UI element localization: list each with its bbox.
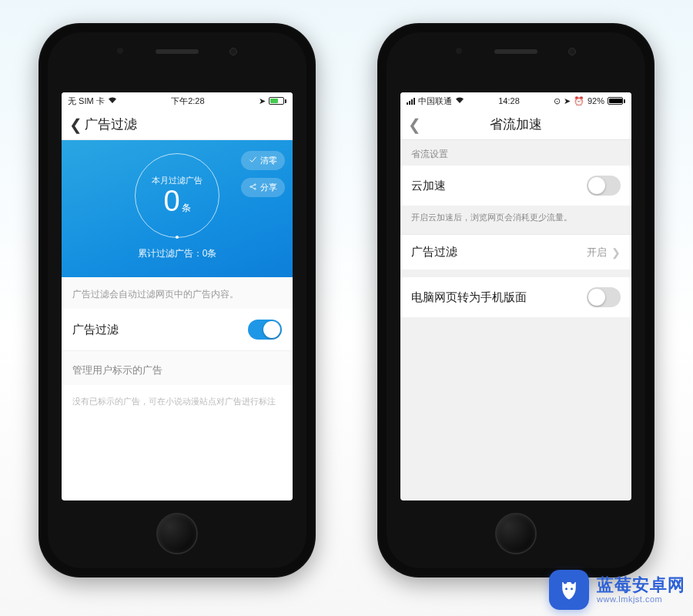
screen-right: 中国联通 14:28 ⊙ ➤ ⏰ 92% [400,92,631,500]
clock: 14:28 [498,96,520,105]
svg-point-3 [565,588,567,590]
adfilter-toggle-cell: 广告过滤 [62,309,293,351]
adfilter-hero: 清零 分享 本月过滤广告 0 条 [62,140,293,277]
share-label: 分享 [260,182,277,193]
alarm-icon: ⏰ [574,96,584,106]
clock: 下午2:28 [171,95,204,107]
location-icon: ➤ [259,96,266,106]
nav-header: ❮ 省流加速 [400,109,631,140]
watermark-url: www.lmkjst.com [597,594,685,604]
cloud-accel-toggle[interactable] [587,176,621,196]
statusbar: 中国联通 14:28 ⊙ ➤ ⏰ 92% [400,92,631,109]
battery-icon [269,97,286,105]
phone-earpiece [131,49,223,55]
adfilter-value: 开启 [587,246,607,259]
desktop-to-mobile-label: 电脑网页转为手机版面 [411,290,527,305]
watermark-title: 蓝莓安卓网 [597,575,685,594]
wifi-icon [108,96,117,105]
meter-unit: 条 [182,203,191,213]
location-icon: ➤ [564,96,571,106]
meter-total: 累计过滤广告：0条 [138,247,217,260]
back-icon[interactable]: ❮ [408,116,424,134]
home-button[interactable] [495,513,537,554]
battery-percent: 92% [588,96,604,105]
desktop-to-mobile-cell: 电脑网页转为手机版面 [400,277,631,317]
clear-label: 清零 [260,155,277,166]
svg-point-0 [250,186,252,188]
share-icon [249,182,257,192]
phone-earpiece [470,49,562,55]
signal-icon [407,98,415,105]
svg-point-1 [254,184,256,186]
home-button[interactable] [156,513,198,554]
meter-value: 0 [163,186,179,216]
phone-bezel: 中国联通 14:28 ⊙ ➤ ⏰ 92% [387,32,645,568]
nav-header: ❮ 广告过滤 [62,109,293,140]
svg-point-2 [254,188,256,189]
wifi-icon [455,96,464,105]
meter-caption: 本月过滤广告 [152,175,203,186]
orientation-lock-icon: ⊙ [554,96,561,106]
phone-left: 无 SIM 卡 下午2:28 ➤ ❮ 广告过滤 [38,23,316,578]
manage-empty: 没有已标示的广告，可在小说动漫站点对广告进行标注 [62,385,293,418]
adfilter-cell[interactable]: 广告过滤 开启 ❯ [400,234,631,270]
cloud-accel-label: 云加速 [411,179,446,193]
svg-point-4 [571,588,573,590]
watermark-logo-icon [549,570,589,610]
phone-bezel: 无 SIM 卡 下午2:28 ➤ ❮ 广告过滤 [48,32,306,568]
cloud-accel-cell: 云加速 [400,166,631,206]
clear-button[interactable]: 清零 [241,151,285,170]
carrier-label: 中国联通 [418,95,452,107]
clear-icon [249,156,257,166]
battery-icon [608,97,625,105]
desktop-to-mobile-toggle[interactable] [587,287,621,307]
meter-ring: 本月过滤广告 0 条 [135,153,219,238]
manage-header: 管理用户标示的广告 [62,351,293,385]
phone-right: 中国联通 14:28 ⊙ ➤ ⏰ 92% [377,23,654,578]
cloud-accel-note: 开启云加速后，浏览网页会消耗更少流量。 [400,206,631,234]
carrier-label: 无 SIM 卡 [68,95,105,107]
chevron-right-icon: ❯ [611,246,621,259]
page-title: 广告过滤 [85,116,285,133]
share-button[interactable]: 分享 [241,178,285,197]
screen-left: 无 SIM 卡 下午2:28 ➤ ❮ 广告过滤 [62,92,293,500]
back-icon[interactable]: ❮ [69,116,85,134]
adfilter-toggle[interactable] [248,320,282,340]
page-title: 省流加速 [424,116,608,133]
adfilter-note: 广告过滤会自动过滤网页中的广告内容。 [62,277,293,309]
adfilter-toggle-label: 广告过滤 [72,323,119,337]
group-datasaver-title: 省流设置 [400,140,631,166]
watermark: 蓝莓安卓网 www.lmkjst.com [549,570,685,610]
adfilter-label: 广告过滤 [411,245,457,259]
statusbar: 无 SIM 卡 下午2:28 ➤ [62,92,293,109]
